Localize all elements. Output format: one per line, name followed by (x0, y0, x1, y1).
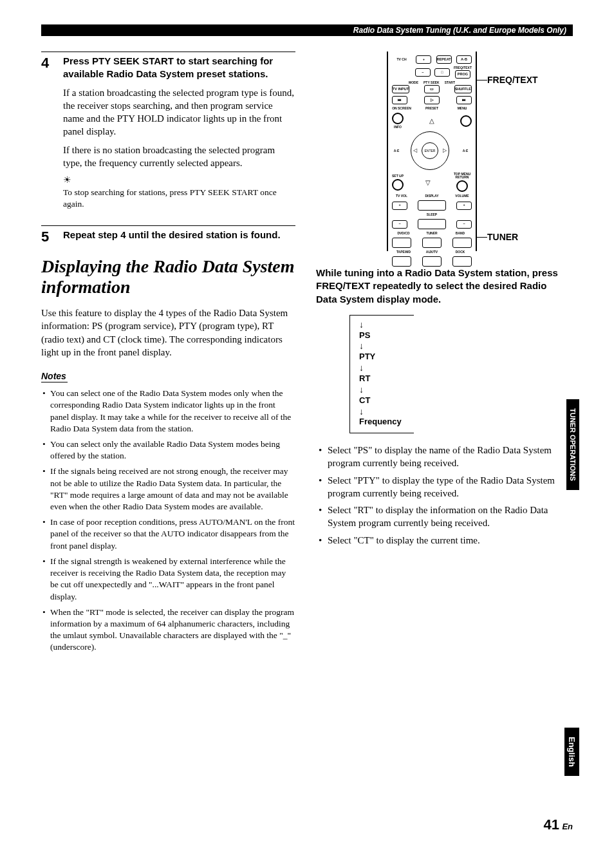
tvvol-plus-button: + (392, 202, 407, 210)
remote-label: MODE (409, 81, 418, 84)
step-number: 5 (41, 229, 54, 247)
return-knob (456, 180, 468, 192)
step-5: 5 Repeat step 4 until the desired statio… (41, 229, 295, 247)
vol-plus-button: + (456, 202, 472, 210)
stop-button: □ (434, 68, 450, 77)
down-icon: ▽ (425, 179, 431, 186)
arrow-down-icon: ↓ (359, 363, 414, 373)
mode-item: Select "CT" to display the current time. (316, 534, 570, 547)
flow-item: CT (359, 395, 414, 406)
page-number: 41 En (543, 816, 573, 833)
note-item: When the "RT" mode is selected, the rece… (41, 607, 295, 654)
remote-label: TUNER (420, 232, 443, 235)
tvvol-minus-button: − (392, 220, 407, 229)
flow-item: PS (359, 330, 414, 341)
arrow-down-icon: ↓ (359, 319, 414, 330)
notes-list: You can select one of the Radio Data Sys… (41, 388, 295, 654)
shuffle-button: SHUFFLE (454, 85, 472, 93)
remote-label: DISPLAY (422, 194, 442, 198)
left-column: 4 Press PTY SEEK START to start searchin… (41, 52, 295, 657)
instruction-text: While tuning into a Radio Data System st… (316, 267, 570, 306)
step-number: 4 (41, 55, 54, 216)
pause-button: ▭ (424, 85, 440, 93)
band-button (452, 238, 472, 248)
page-number-value: 41 (543, 816, 559, 833)
rule (41, 52, 295, 52)
step-paragraph: If a station broadcasting the selected p… (63, 86, 295, 138)
remote-label: ON SCREEN (392, 107, 411, 110)
plus-button: + (416, 55, 431, 64)
remote-label: VOLUME (452, 194, 472, 198)
note-item: In case of poor reception conditions, pr… (41, 516, 295, 552)
remote-label: SET UP (392, 175, 404, 178)
remote-label: DVD/CD (392, 232, 415, 235)
prev-button: ⏮ (392, 96, 407, 104)
play-button: ▷ (424, 96, 440, 104)
remote-label: START (445, 81, 455, 84)
setup-knob (392, 179, 404, 191)
arrow-down-icon: ↓ (359, 384, 414, 395)
remote-label: TV CH (392, 58, 411, 61)
tip-text: To stop searching for stations, press PT… (63, 187, 295, 210)
mode-item: Select "PTY" to display the type of the … (316, 474, 570, 500)
note-item: You can select only the available Radio … (41, 439, 295, 462)
step-body: Repeat step 4 until the desired station … (63, 229, 295, 247)
remote-body: TV CH + REPEAT A-B − □ FREQ/TEXT PROG MO… (387, 52, 477, 251)
prog-button: PROG (455, 70, 470, 79)
step-body: Press PTY SEEK START to start searching … (63, 55, 295, 216)
flow-item: Frequency (359, 417, 414, 428)
vol-minus-button: − (456, 220, 472, 229)
remote-label: SLEEP (427, 213, 437, 216)
step-title: Repeat step 4 until the desired station … (63, 229, 295, 241)
right-column: TV CH + REPEAT A-B − □ FREQ/TEXT PROG MO… (316, 52, 570, 657)
menu-knob (460, 115, 472, 127)
mode-list: Select "PS" to display the name of the R… (316, 444, 570, 547)
flow-item: RT (359, 373, 414, 384)
dvdcd-button (392, 238, 411, 248)
next-button: ⏭ (456, 96, 472, 104)
remote-label: INFO (394, 126, 402, 129)
side-tab-operations: TUNER OPERATIONS (566, 399, 579, 490)
enter-button: ENTER (422, 142, 438, 159)
section-paragraph: Use this feature to display the 4 types … (41, 307, 295, 359)
rule (41, 225, 295, 226)
step-title: Press PTY SEEK START to start searching … (63, 55, 295, 81)
remote-label: FREQ/TEXT (454, 66, 472, 70)
tuner-button (422, 238, 442, 248)
tapemd-button (392, 256, 411, 267)
arrow-down-icon: ↓ (359, 341, 414, 352)
onscreen-knob (392, 113, 404, 124)
dock-button (452, 256, 472, 267)
section-heading: Displaying the Radio Data System informa… (41, 256, 295, 297)
remote-label: DOCK (449, 250, 472, 254)
dpad: ENTER ◁ ▷ (411, 131, 449, 170)
arrow-down-icon: ↓ (359, 406, 414, 417)
sleep-button (418, 219, 446, 229)
tip-icon: ☀ (63, 175, 295, 185)
remote-label: PRESET (422, 107, 442, 110)
side-tab-english: English (564, 728, 579, 776)
page-number-suffix: En (562, 822, 573, 831)
flow-diagram: ↓ PS ↓ PTY ↓ RT ↓ CT ↓ Frequency (349, 315, 414, 433)
page-header-bar: Radio Data System Tuning (U.K. and Europ… (41, 24, 573, 36)
auxtv-button (422, 256, 442, 267)
remote-label: TOP MENU RETURN (452, 173, 472, 179)
remote-label: PTY SEEK (423, 81, 440, 84)
annotation-tuner: TUNER (487, 232, 518, 242)
step-paragraph: If there is no station broadcasting the … (63, 144, 295, 170)
remote-label: A-E (459, 149, 472, 153)
right-icon: ▷ (443, 147, 447, 153)
remote-label: TV VOL (392, 194, 411, 198)
remote-label: MENU (452, 107, 472, 110)
content-columns: 4 Press PTY SEEK START to start searchin… (41, 52, 573, 657)
minus-button: − (415, 68, 431, 77)
mode-item: Select "PS" to display the name of the R… (316, 444, 570, 470)
ab-button: A-B (456, 55, 472, 64)
display-button (418, 200, 446, 211)
note-item: If the signals being received are not st… (41, 466, 295, 513)
remote-diagram: TV CH + REPEAT A-B − □ FREQ/TEXT PROG MO… (316, 52, 570, 258)
annotation-freqtext: FREQ/TEXT (487, 75, 538, 85)
remote-label: A-E (392, 149, 401, 153)
remote-label: TAPE/MD (392, 250, 415, 254)
tvinput-button: TV INPUT (392, 85, 409, 93)
